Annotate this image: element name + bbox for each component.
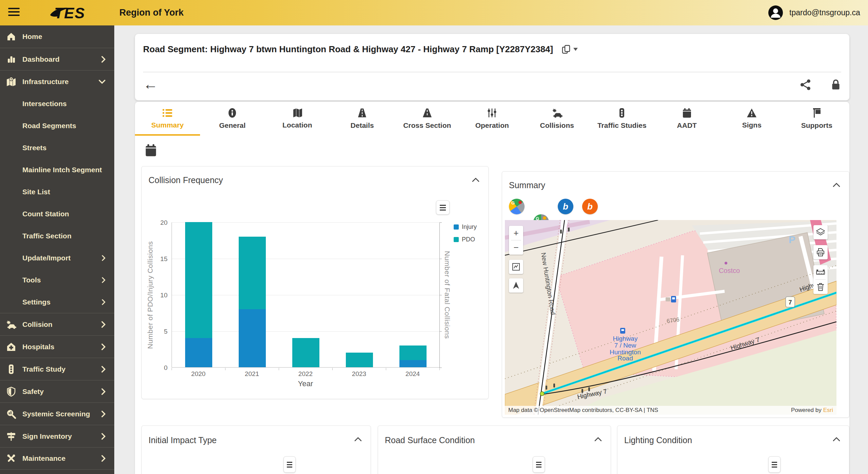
map-pin-icon [518, 201, 522, 204]
tab-collisions[interactable]: Collisions [525, 102, 590, 136]
bar-chart-icon [0, 55, 22, 64]
sidebar-item-collision[interactable]: Collision [0, 313, 114, 335]
sidebar-item-maintenance[interactable]: Maintenance [0, 447, 114, 470]
tab-general[interactable]: General [200, 102, 265, 136]
measure-button[interactable] [813, 265, 828, 279]
collapse-chevron-up[interactable] [833, 437, 840, 443]
sidebar-item-mainline-intch-segment[interactable]: Mainline Intch Segment [0, 159, 114, 181]
map-label-costco: Costco [719, 267, 740, 274]
svg-text:Road: Road [617, 355, 633, 362]
right-axis-tick [439, 259, 442, 259]
bing-maps-button[interactable]: b [558, 199, 573, 214]
chevron-right-icon [101, 388, 105, 395]
magnifier-chart-icon [0, 409, 22, 419]
tab-bar: Summary General Location Details Cross S… [135, 102, 849, 136]
x-axis-tick [439, 368, 440, 370]
sidebar-item-road-segments[interactable]: Road Segments [0, 115, 114, 137]
bar-segment-pdo [346, 353, 373, 367]
sidebar-item-home[interactable]: Home [0, 25, 114, 48]
date-range-button[interactable] [144, 144, 157, 158]
tab-details[interactable]: Details [330, 102, 395, 136]
lock-button[interactable] [830, 79, 842, 92]
signpost-icon [0, 431, 22, 441]
share-button[interactable] [800, 79, 812, 92]
print-button[interactable] [813, 245, 828, 259]
map-attribution-bar: Map data © OpenStreetMap contributors, C… [505, 406, 836, 415]
tab-cross-section[interactable]: Cross Section [395, 102, 460, 136]
x-axis-tick [172, 368, 172, 370]
sidebar-item-safety[interactable]: Safety [0, 380, 114, 402]
chevron-right-icon [101, 455, 105, 462]
sidebar-item-update-import[interactable]: Update/Import [0, 247, 114, 269]
collapse-chevron-up[interactable] [594, 437, 602, 443]
x-axis-title: Year [172, 379, 439, 388]
road-section-icon [422, 108, 432, 118]
list-icon [162, 108, 173, 118]
app-window: TES Region of York tpardo@tnsgroup.ca Ho… [0, 0, 868, 474]
sidebar-item-hospitals[interactable]: Hospitals [0, 335, 114, 358]
zoom-in-button[interactable]: + [509, 226, 523, 240]
bar-segment-injury [239, 309, 266, 367]
google-maps-button[interactable]: G [509, 199, 525, 214]
card-title: Road Surface Condition [385, 435, 475, 445]
car-crash-icon [0, 320, 22, 329]
powered-by-label: Powered by [791, 407, 822, 413]
user-email[interactable]: tpardo@tnsgroup.ca [789, 0, 860, 25]
lighting-condition-card: Lighting Condition [617, 426, 849, 474]
legend-item-injury[interactable]: Injury [454, 223, 477, 231]
sidebar-item-traffic-study[interactable]: Traffic Study [0, 358, 114, 380]
bar-segment-pdo [185, 222, 212, 338]
sidebar-item-settings[interactable]: Settings [0, 291, 114, 313]
divider [143, 72, 841, 72]
collapse-chevron-up[interactable] [354, 437, 362, 443]
sidebar-item-sign-inventory[interactable]: Sign Inventory [0, 425, 114, 447]
highway-shield-number: 7 [788, 299, 792, 306]
chevron-right-icon [102, 277, 105, 283]
collapse-chevron-up[interactable] [833, 182, 840, 189]
tab-signs[interactable]: Signs [719, 102, 785, 136]
sidebar-item-infrastructure[interactable]: Infrastructure [0, 70, 114, 93]
legend-item-pdo[interactable]: PDO [454, 236, 477, 243]
chart-menu-button[interactable] [283, 456, 296, 473]
y-axis-title-right: Number of Fatal Collisions [443, 222, 452, 368]
map-viewport[interactable]: 7 New Huntington Road P Costco 6706 High… [505, 220, 836, 415]
bing-birdseye-button[interactable]: b [582, 199, 598, 214]
copy-icon[interactable] [562, 45, 578, 54]
sidebar-item-tools[interactable]: Tools [0, 269, 114, 291]
chevron-right-icon [102, 255, 105, 261]
chart-menu-button[interactable] [533, 456, 545, 473]
zoom-out-button[interactable]: − [509, 240, 523, 255]
sidebar-item-count-station[interactable]: Count Station [0, 203, 114, 225]
sidebar-item-site-list[interactable]: Site List [0, 181, 114, 203]
delete-graphics-button[interactable] [813, 280, 828, 294]
tab-summary[interactable]: Summary [135, 102, 200, 136]
svg-text:7 / New: 7 / New [614, 342, 636, 349]
chevron-right-icon [101, 366, 105, 373]
legend-swatch [454, 224, 459, 230]
chart-legend: InjuryPDO [454, 223, 477, 243]
tab-location[interactable]: Location [265, 102, 330, 136]
tab-operation[interactable]: Operation [460, 102, 525, 136]
summary-title: Summary [509, 180, 545, 190]
tab-traffic-studies[interactable]: Traffic Studies [590, 102, 655, 136]
tab-supports[interactable]: Supports [784, 102, 849, 136]
tab-aadt[interactable]: AADT [654, 102, 719, 136]
chevron-right-icon [101, 433, 105, 440]
user-avatar-icon[interactable] [768, 5, 783, 20]
sidebar-item-systemic-screening[interactable]: Systemic Screening [0, 402, 114, 425]
sidebar-item-dashboard[interactable]: Dashboard [0, 48, 114, 70]
traffic-light-icon [0, 364, 22, 374]
north-arrow-button[interactable] [509, 278, 523, 293]
pegman-icon [543, 216, 546, 220]
back-button[interactable]: ← [143, 74, 158, 94]
sidebar-item-traffic-section[interactable]: Traffic Section [0, 225, 114, 247]
chart-menu-button[interactable] [768, 456, 781, 473]
chevron-right-icon [102, 299, 105, 305]
esri-link[interactable]: Esri [823, 407, 833, 413]
default-extent-button[interactable] [509, 260, 523, 274]
collision-frequency-card: Collision Frequency Number of PDO/Injury… [141, 166, 489, 399]
sidebar-item-intersections[interactable]: Intersections [0, 93, 114, 115]
sidebar-item-streets[interactable]: Streets [0, 137, 114, 159]
layers-button[interactable] [813, 225, 828, 239]
menu-hamburger-icon[interactable] [8, 8, 20, 17]
